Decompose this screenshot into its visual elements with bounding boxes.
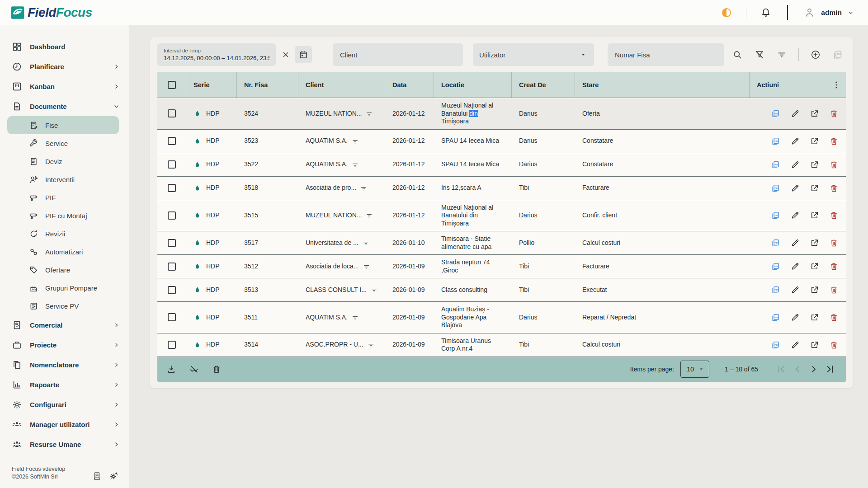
open-button[interactable] — [810, 109, 819, 118]
contract-button[interactable] — [92, 471, 102, 481]
edit-button[interactable] — [790, 262, 800, 271]
column-header-client[interactable]: Client — [298, 72, 385, 98]
open-button[interactable] — [810, 136, 819, 146]
sidebar-item-proiecte[interactable]: Proiecte — [0, 335, 129, 355]
delete-selected-button[interactable] — [212, 364, 222, 374]
client-input[interactable] — [333, 43, 463, 66]
sidebar-item-service-pv[interactable]: Service PV — [7, 297, 119, 315]
open-button[interactable] — [810, 183, 819, 193]
open-button[interactable] — [810, 262, 819, 271]
edit-button[interactable] — [790, 238, 800, 248]
settings-sparkle-button[interactable] — [109, 471, 118, 481]
delete-button[interactable] — [829, 285, 839, 295]
row-checkbox[interactable] — [168, 211, 176, 220]
sidebar-item-grupuri-pompare[interactable]: Grupuri Pompare — [7, 279, 119, 297]
next-page-button[interactable] — [808, 363, 820, 375]
client-filter-button[interactable] — [365, 110, 373, 117]
row-checkbox[interactable] — [168, 239, 176, 247]
open-button[interactable] — [810, 238, 819, 248]
delete-button[interactable] — [829, 160, 839, 169]
numar-fisa-input[interactable] — [608, 43, 724, 66]
sidebar-item-rapoarte[interactable]: Rapoarte — [0, 375, 129, 394]
edit-button[interactable] — [790, 136, 800, 146]
client-filter-button[interactable] — [363, 263, 370, 270]
edit-button[interactable] — [790, 109, 800, 118]
delete-button[interactable] — [829, 313, 839, 322]
delete-button[interactable] — [829, 183, 839, 193]
sidebar-item-kanban[interactable]: Kanban — [0, 76, 129, 96]
open-button[interactable] — [810, 340, 819, 350]
client-filter-button[interactable] — [351, 161, 359, 169]
sidebar-item-pif[interactable]: PIF — [7, 188, 119, 206]
client-filter-button[interactable] — [351, 314, 359, 321]
row-checkbox[interactable] — [168, 137, 176, 145]
delete-button[interactable] — [829, 211, 839, 220]
pdf-button[interactable]: PDF — [771, 285, 780, 295]
sidebar-item-deviz[interactable]: Deviz — [7, 152, 119, 170]
delete-button[interactable] — [829, 262, 839, 271]
delete-button[interactable] — [829, 136, 839, 146]
last-page-button[interactable] — [824, 363, 836, 375]
theme-toggle-button[interactable] — [721, 7, 732, 19]
sidebar-item-service[interactable]: Service — [7, 134, 119, 152]
pdf-button[interactable]: PDF — [771, 262, 780, 271]
clear-date-button[interactable] — [281, 50, 290, 59]
pdf-button[interactable]: PDF — [771, 160, 780, 169]
row-checkbox[interactable] — [168, 184, 176, 192]
row-checkbox[interactable] — [168, 313, 176, 321]
sidebar-item-comercial[interactable]: Comercial — [0, 315, 129, 335]
edit-button[interactable] — [790, 183, 800, 193]
sidebar-item-planificare[interactable]: Planificare — [0, 56, 129, 76]
sidebar-item-automatizari[interactable]: Automatizari — [7, 243, 119, 261]
sidebar-item-interventii[interactable]: Interventii — [7, 170, 119, 188]
download-button[interactable] — [166, 364, 176, 374]
pdf-button[interactable]: PDF — [771, 183, 780, 193]
sidebar-item-ofertare[interactable]: Ofertare — [7, 261, 119, 279]
pdf-button[interactable]: PDF — [771, 238, 780, 248]
row-checkbox[interactable] — [168, 109, 176, 117]
client-filter-button[interactable] — [365, 211, 373, 219]
calendar-button[interactable] — [295, 46, 312, 63]
pdf-button[interactable]: PDF — [771, 109, 780, 118]
sidebar-item-documente[interactable]: Documente — [0, 96, 129, 116]
delete-button[interactable] — [829, 238, 839, 248]
edit-button[interactable] — [790, 313, 800, 322]
pdf-button[interactable]: PDF — [771, 211, 780, 220]
column-header-data[interactable]: Data — [385, 72, 434, 98]
client-filter-button[interactable] — [370, 286, 378, 294]
sidebar-item-resurse-umane[interactable]: Resurse Umane — [0, 434, 129, 454]
row-checkbox[interactable] — [168, 341, 176, 349]
open-button[interactable] — [810, 160, 819, 169]
edit-button[interactable] — [790, 340, 800, 350]
client-filter-button[interactable] — [367, 341, 375, 349]
sidebar-item-nomenclatoare[interactable]: Nomenclatoare — [0, 355, 129, 375]
utilizator-select[interactable]: Utilizator — [473, 43, 594, 66]
items-per-page-select[interactable]: 10 — [680, 361, 709, 378]
sidebar-item-fise[interactable]: Fise — [7, 116, 119, 134]
notifications-button[interactable] — [760, 7, 772, 19]
delete-button[interactable] — [829, 109, 839, 118]
column-header-creat[interactable]: Creat De — [512, 72, 575, 98]
interval-field[interactable]: Interval de Timp 14.12.2025, 00:00:00 – … — [157, 43, 276, 66]
row-checkbox[interactable] — [168, 286, 176, 294]
pdf-button[interactable]: PDF — [771, 340, 780, 350]
prev-page-button[interactable] — [792, 363, 803, 375]
edit-button[interactable] — [790, 160, 800, 169]
client-filter-button[interactable] — [362, 239, 370, 247]
column-header-stare[interactable]: Stare — [575, 72, 750, 98]
column-filter-button[interactable] — [776, 49, 787, 60]
clear-filters-button[interactable] — [754, 49, 765, 60]
select-all-checkbox[interactable] — [168, 81, 176, 89]
sidebar-item-configurari[interactable]: Configurari — [0, 394, 129, 414]
column-menu-button[interactable] — [831, 80, 841, 90]
sidebar-item-manager-utilizatori[interactable]: Manager utilizatori — [0, 414, 129, 434]
open-button[interactable] — [810, 211, 819, 220]
first-page-button[interactable] — [775, 363, 787, 375]
sidebar-item-revizii[interactable]: Revizii — [7, 225, 119, 243]
column-header-act[interactable]: Actiuni — [750, 72, 846, 98]
user-menu[interactable]: admin — [803, 6, 854, 19]
row-checkbox[interactable] — [168, 160, 176, 169]
sidebar-item-pif-cu-montaj[interactable]: PIF cu Montaj — [7, 206, 119, 225]
client-filter-button[interactable] — [360, 184, 368, 192]
sidebar-item-dashboard[interactable]: Dashboard — [0, 37, 129, 56]
